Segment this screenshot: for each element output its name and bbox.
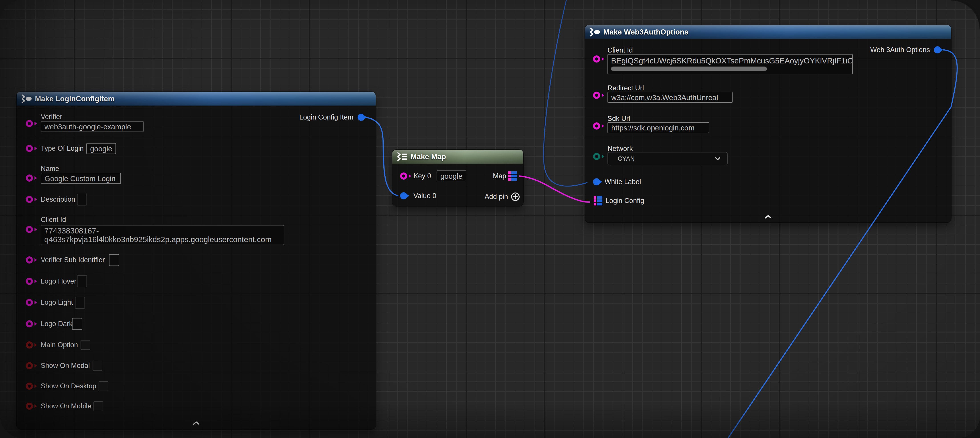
wire-layer xyxy=(0,0,980,438)
wire-offscreen-to-whitelabel[interactable] xyxy=(544,0,587,186)
blueprint-graph-canvas[interactable]: Make LoginConfigItem Login Config Item V… xyxy=(0,0,980,438)
wire-map-to-loginconfig[interactable] xyxy=(519,176,590,202)
wire-loginconfigitem-to-value0[interactable] xyxy=(366,117,398,196)
wire-web3authoptions-out[interactable] xyxy=(728,50,957,438)
